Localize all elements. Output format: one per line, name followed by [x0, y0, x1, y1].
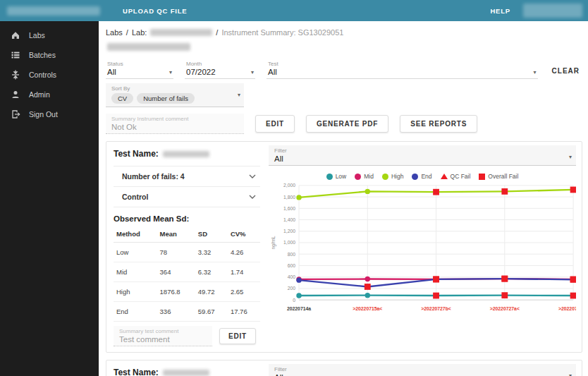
sort-chip[interactable]: Number of fails [137, 93, 195, 104]
svg-text:20220714a: 20220714a [287, 306, 311, 311]
chevron-down-icon [249, 174, 256, 178]
table-row: High1876.849.722.65 [114, 282, 260, 302]
test-comment-row: Summary test comment Test comment EDIT [114, 326, 260, 346]
sort-by-select[interactable]: Sort By CVNumber of fails ▾ [106, 83, 244, 107]
test-comment-field[interactable]: Summary test comment Test comment [114, 326, 212, 346]
month-label: Month [186, 61, 245, 67]
sidebar-item-sign-out[interactable]: Sign Out [0, 104, 99, 124]
breadcrumb-lab-name-redacted [150, 29, 212, 36]
breadcrumb-lab-prefix: Lab: [132, 28, 147, 37]
table-cell: End [114, 302, 157, 322]
breadcrumb-separator: / [126, 28, 128, 37]
dropdown-arrow-icon: ▾ [569, 154, 572, 160]
table-cell: 78 [157, 243, 195, 262]
test-name: Test Name: [114, 368, 260, 376]
svg-text:800: 800 [288, 252, 296, 257]
overall-fail-square-icon [479, 174, 485, 180]
table-header: SD [195, 226, 228, 243]
edit-test-comment-button[interactable]: EDIT [219, 328, 256, 344]
sidebar-item-batches[interactable]: Batches [0, 45, 99, 65]
sidebar-item-label: Sign Out [29, 110, 58, 119]
account-button-redacted[interactable] [523, 4, 582, 18]
table-cell: 336 [157, 302, 195, 322]
sidebar-item-admin[interactable]: Admin [0, 85, 99, 104]
upload-qc-file-button[interactable]: UPLOAD QC FILE [123, 7, 187, 15]
legend-label: Overall Fail [488, 173, 518, 180]
test-details-panel: Test Name: Number of fails: 4 [106, 360, 266, 376]
dropdown-arrow-icon: ▾ [238, 92, 240, 98]
series-dot-icon [382, 174, 388, 180]
table-cell: High [114, 282, 157, 302]
generate-pdf-button[interactable]: GENERATE PDF [306, 115, 388, 133]
instrument-comment-label: Summary Instrument comment [111, 116, 238, 122]
table-cell: 2.65 [228, 282, 260, 302]
test-name: Test Name: [114, 149, 260, 159]
sidebar-item-controls[interactable]: Controls [0, 65, 99, 85]
chart-filter-label: Filter [274, 147, 565, 154]
table-cell: 59.67 [195, 302, 228, 322]
sort-chip[interactable]: CV [111, 93, 133, 104]
breadcrumb-labs-link[interactable]: Labs [106, 28, 123, 37]
see-reports-button[interactable]: SEE REPORTS [400, 115, 477, 133]
controls-icon [11, 70, 20, 80]
home-icon [11, 30, 20, 40]
test-select[interactable]: Test All ▾ [267, 61, 538, 79]
table-cell: 49.72 [195, 282, 228, 302]
month-select[interactable]: Month 07/2022 ▾ [185, 61, 255, 79]
chart-filter-select[interactable]: Filter All ▾ [269, 145, 576, 166]
sidebar-item-label: Labs [29, 31, 45, 40]
status-select[interactable]: Status All ▾ [106, 61, 173, 79]
chart-filter-label: Filter [274, 366, 565, 372]
edit-instrument-comment-button[interactable]: EDIT [255, 115, 295, 133]
app-bar: UPLOAD QC FILE HELP [0, 0, 588, 21]
chart-filter-value: All [274, 373, 565, 376]
chart-filter-value: All [274, 154, 565, 163]
sidebar-item-labs[interactable]: Labs [0, 25, 99, 45]
legend-item: Low [326, 173, 347, 180]
test-name-label: Test Name: [114, 149, 159, 159]
test-name-redacted [163, 370, 209, 376]
table-header: Mean [157, 226, 195, 243]
qc-line-chart[interactable]: 02004006008001,0001,2001,4001,6001,8002,… [269, 181, 576, 318]
chart-panel: Filter All ▾ LowMidHighEndQC FailOverall… [266, 360, 582, 376]
test-section-card: Test Name: Number of fails: 4 Control Ob… [106, 141, 582, 353]
number-of-fails-label: Number of fails: 4 [122, 172, 185, 181]
svg-text:>20220729a<: >20220729a< [558, 306, 576, 311]
svg-text:200: 200 [288, 286, 296, 291]
svg-text:>20220727b<: >20220727b< [421, 306, 451, 311]
help-button[interactable]: HELP [490, 7, 510, 15]
observed-mean-sd-table: MethodMeanSDCV% Low783.324.26Mid3646.321… [114, 226, 260, 322]
status-value: All [107, 68, 164, 76]
number-of-fails-expander[interactable]: Number of fails: 4 [114, 166, 260, 187]
clear-filters-button[interactable]: CLEAR [549, 67, 582, 79]
legend-label: End [421, 173, 431, 180]
table-row: End33659.6717.76 [114, 302, 260, 322]
test-comment-label: Summary test comment [119, 328, 207, 334]
month-value: 07/2022 [186, 68, 245, 76]
legend-item: End [412, 173, 431, 180]
breadcrumb-separator: / [216, 28, 218, 37]
test-name-redacted [163, 151, 209, 157]
table-header: Method [114, 226, 157, 243]
breadcrumb-instrument-summary: Instrument Summary: SG13029051 [221, 28, 343, 37]
table-cell: 3.32 [195, 243, 228, 262]
sort-chips: CVNumber of fails [111, 93, 233, 104]
dropdown-arrow-icon: ▾ [569, 372, 572, 376]
table-row: Low783.324.26 [114, 243, 260, 262]
svg-text:0: 0 [293, 298, 295, 303]
dropdown-arrow-icon: ▾ [251, 69, 254, 75]
chart-filter-select[interactable]: Filter All ▾ [269, 364, 576, 376]
chart-panel: Filter All ▾ LowMidHighEndQC FailOverall… [266, 142, 582, 352]
instrument-comment-field[interactable]: Summary Instrument comment Not Ok [106, 114, 244, 134]
legend-item: QC Fail [441, 173, 471, 180]
table-cell: 6.32 [195, 262, 228, 282]
series-dot-icon [355, 174, 361, 180]
test-label: Test [268, 61, 528, 67]
control-expander[interactable]: Control [114, 187, 260, 207]
instrument-comment-value: Not Ok [111, 123, 238, 131]
table-cell: Mid [114, 262, 157, 282]
svg-text:1,800: 1,800 [283, 195, 295, 200]
app-title-redacted [7, 6, 100, 16]
sidebar-item-label: Controls [29, 71, 56, 79]
table-cell: 1.74 [228, 262, 260, 282]
